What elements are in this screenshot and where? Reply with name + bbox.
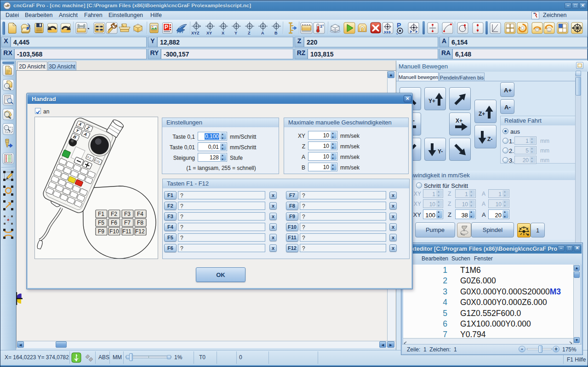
svg-text:XY: XY	[206, 31, 212, 35]
svg-text:F2: F2	[111, 211, 117, 217]
svg-text:A+: A+	[504, 87, 512, 94]
svg-text:F12: F12	[135, 228, 145, 235]
svg-text:X+: X+	[456, 118, 462, 124]
svg-text:1²: 1²	[320, 24, 324, 28]
svg-text:F8: F8	[137, 220, 143, 226]
svg-text:F9: F9	[98, 228, 104, 235]
svg-text:Z-: Z-	[487, 136, 492, 142]
svg-text:F5: F5	[98, 220, 104, 226]
svg-text:Y+: Y+	[428, 98, 435, 104]
svg-text:F7: F7	[124, 220, 131, 226]
svg-text:F11: F11	[122, 228, 131, 235]
svg-text:X: X	[222, 31, 224, 35]
svg-text:F10: F10	[109, 228, 119, 235]
svg-text:F4: F4	[137, 211, 143, 217]
svg-text:XYZ: XYZ	[191, 31, 200, 35]
svg-text:A: A	[261, 31, 264, 35]
svg-text:Y-: Y-	[438, 148, 443, 155]
svg-text:F3: F3	[124, 211, 131, 217]
svg-text:F6: F6	[111, 220, 117, 226]
svg-text:Y: Y	[234, 31, 237, 35]
svg-text:P: P	[165, 24, 168, 30]
svg-text:A-: A-	[504, 104, 511, 111]
svg-text:Z+: Z+	[479, 111, 485, 117]
svg-text:Z: Z	[248, 31, 251, 35]
svg-text:F1: F1	[98, 211, 104, 217]
svg-text:B: B	[274, 31, 278, 35]
